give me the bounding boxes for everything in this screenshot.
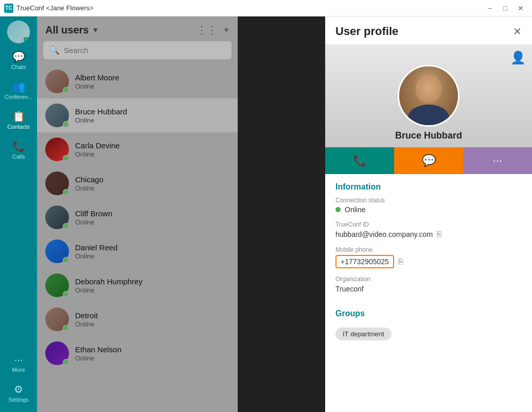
chat-tab-icon: 💬: [422, 154, 436, 167]
contact-item[interactable]: Ethan Nelson Online: [37, 336, 238, 370]
main-layout: 💬 Chats 👥 Conferen... 📋 Contacts 📞 Calls…: [0, 16, 532, 412]
contact-status: Online: [75, 218, 229, 226]
group-chip: IT department: [335, 328, 392, 340]
groups-section-title: Groups: [335, 309, 522, 318]
contact-info: Chicago Online: [75, 175, 229, 192]
call-tab[interactable]: 📞: [325, 147, 394, 174]
status-dot: [63, 359, 69, 365]
sidebar-item-contacts[interactable]: 📋 Contacts: [0, 105, 37, 135]
contact-avatar: [45, 239, 69, 263]
sidebar-item-conferences[interactable]: 👥 Conferen...: [0, 75, 37, 105]
contact-avatar: [45, 307, 69, 331]
contact-avatar: [45, 273, 69, 297]
chat-tab[interactable]: 💬: [394, 147, 463, 174]
title-bar-left: TC TrueConf <Jane Flowers>: [4, 4, 94, 13]
title-bar: TC TrueConf <Jane Flowers> − □ ✕: [0, 0, 532, 16]
contact-info: Bruce Hubbard Online: [75, 107, 229, 124]
chats-label: Chats: [11, 64, 26, 70]
search-box: 🔍: [43, 41, 232, 59]
contact-status: Online: [75, 354, 229, 362]
trueconf-id-row: hubbard@video.company.com ⎘: [335, 230, 522, 239]
settings-label: Settings: [8, 397, 29, 403]
profile-edit-icon[interactable]: 👤: [510, 50, 526, 65]
close-button[interactable]: ✕: [513, 3, 528, 13]
grid-view-button[interactable]: ⋮⋮: [197, 24, 217, 36]
contact-item[interactable]: Daniel Reed Online: [37, 234, 238, 268]
contact-status: Online: [75, 82, 229, 90]
settings-icon: ⚙: [14, 383, 23, 396]
contact-name: Carla Devine: [75, 141, 229, 150]
dark-divider: [238, 16, 325, 412]
window-controls: − □ ✕: [483, 3, 528, 13]
calls-label: Calls: [12, 153, 25, 160]
header-actions: ⋮⋮ +: [197, 24, 229, 36]
contact-info: Cliff Brown Online: [75, 209, 229, 226]
organization-value: Trueconf: [335, 285, 364, 293]
contact-avatar: [45, 341, 69, 365]
contact-status: Online: [75, 184, 229, 192]
profile-photo-area: 👤 Bruce Hubbard: [325, 44, 532, 147]
status-dot: [63, 155, 69, 161]
status-dot: [63, 291, 69, 297]
user-avatar[interactable]: [7, 21, 30, 43]
minimize-button[interactable]: −: [483, 3, 497, 13]
status-dot: [63, 87, 69, 93]
contact-item[interactable]: Carla Devine Online: [37, 132, 238, 166]
action-tabs: 📞 💬 ···: [325, 147, 532, 174]
contact-item[interactable]: Detroit Online: [37, 302, 238, 336]
contact-panel-header: All users ▼ ⋮⋮ +: [37, 16, 238, 41]
groups-list: IT department: [335, 323, 522, 340]
sidebar-nav: 💬 Chats 👥 Conferen... 📋 Contacts 📞 Calls…: [0, 16, 37, 412]
contact-info: Carla Devine Online: [75, 141, 229, 158]
contact-avatar: [45, 70, 69, 93]
copy-phone-button[interactable]: ⎘: [398, 257, 403, 266]
groups-section: Groups IT department: [325, 309, 532, 349]
mobile-phone-label: Mobile phone: [335, 246, 522, 253]
search-icon: 🔍: [49, 45, 60, 55]
panel-title-text: All users: [45, 24, 88, 36]
status-dot: [63, 121, 69, 127]
dropdown-arrow-icon[interactable]: ▼: [92, 26, 99, 34]
chats-icon: 💬: [12, 50, 25, 63]
search-input[interactable]: [64, 46, 225, 55]
profile-close-button[interactable]: ✕: [513, 25, 522, 38]
contact-info: Deborah Humphrey Online: [75, 277, 229, 294]
contacts-icon: 📋: [12, 110, 25, 123]
sidebar-item-calls[interactable]: 📞 Calls: [0, 135, 37, 165]
profile-header: User profile ✕: [325, 16, 532, 44]
trueconf-id-field: TrueConf ID hubbard@video.company.com ⎘: [335, 221, 522, 239]
add-contact-button[interactable]: +: [223, 24, 229, 36]
sidebar-item-settings[interactable]: ⚙ Settings: [0, 378, 37, 408]
contact-name: Ethan Nelson: [75, 345, 229, 354]
online-indicator: [335, 207, 341, 212]
panel-title: All users ▼: [45, 24, 99, 36]
mobile-phone-value[interactable]: +17732905025: [335, 255, 394, 268]
maximize-button[interactable]: □: [498, 3, 512, 13]
trueconf-id-label: TrueConf ID: [335, 221, 522, 228]
contact-name: Chicago: [75, 175, 229, 184]
profile-photo: [398, 65, 459, 127]
profile-panel-title: User profile: [335, 25, 398, 38]
sidebar-item-chats[interactable]: 💬 Chats: [0, 45, 37, 75]
status-dot: [63, 257, 69, 263]
sidebar-item-more[interactable]: ··· More: [0, 349, 37, 378]
contact-item[interactable]: Deborah Humphrey Online: [37, 268, 238, 302]
contact-name: Daniel Reed: [75, 243, 229, 252]
contact-avatar: [45, 138, 69, 161]
contact-item[interactable]: Chicago Online: [37, 166, 238, 200]
copy-trueconf-id-button[interactable]: ⎘: [437, 230, 442, 239]
conferences-label: Conferen...: [5, 94, 32, 100]
profile-panel: User profile ✕ 👤 Bruce Hubbard 📞 💬 ···: [325, 16, 532, 412]
profile-face: [416, 74, 441, 102]
contact-status: Online: [75, 252, 229, 260]
contact-avatar: [45, 104, 69, 127]
contact-item[interactable]: Cliff Brown Online: [37, 200, 238, 234]
more-tab[interactable]: ···: [463, 147, 532, 174]
contact-name: Albert Moore: [75, 73, 229, 82]
contact-item[interactable]: Albert Moore Online: [37, 64, 238, 98]
calls-icon: 📞: [12, 140, 25, 152]
contact-item[interactable]: Bruce Hubbard Online: [37, 98, 238, 132]
contact-name: Deborah Humphrey: [75, 277, 229, 286]
more-icon: ···: [14, 354, 23, 366]
contact-name: Detroit: [75, 311, 229, 320]
